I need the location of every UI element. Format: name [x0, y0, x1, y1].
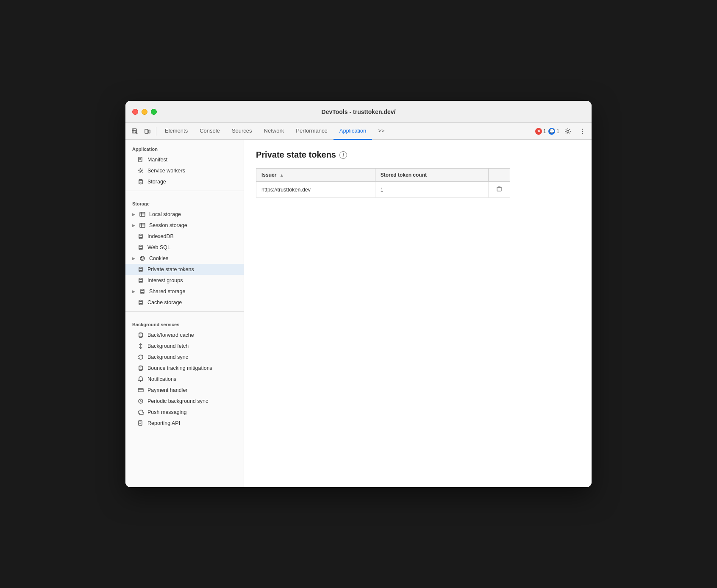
svg-rect-50 [497, 188, 501, 191]
warning-icon: 💬 [548, 128, 555, 135]
tab-sources[interactable]: Sources [226, 123, 258, 140]
page-title: Private state tokens i [256, 150, 580, 160]
sidebar-item-cookies[interactable]: ▶ Cookies [125, 253, 244, 264]
traffic-lights [132, 109, 157, 115]
svg-point-7 [582, 130, 583, 131]
col-actions [489, 169, 510, 182]
svg-point-23 [139, 245, 142, 247]
sidebar-item-interest-groups[interactable]: Interest groups [125, 275, 244, 286]
sidebar-item-bfcache[interactable]: Back/forward cache [125, 330, 244, 341]
svg-point-22 [139, 238, 142, 239]
file-icon [137, 156, 144, 163]
svg-point-5 [567, 130, 569, 132]
svg-point-8 [582, 133, 583, 133]
arrow-icon-2: ▶ [131, 223, 136, 227]
cell-delete [489, 182, 510, 198]
cylinder-icon-6 [139, 288, 146, 295]
manifest-label: Manifest [147, 157, 167, 163]
storage-main-label: Storage [147, 179, 166, 185]
sidebar-item-payment-handler[interactable]: Payment handler [125, 385, 244, 396]
more-icon[interactable] [576, 125, 588, 137]
tab-more[interactable]: >> [372, 123, 390, 140]
svg-point-31 [139, 278, 142, 280]
arrow-icon-4: ▶ [131, 289, 136, 294]
inspect-icon[interactable] [129, 125, 141, 137]
payment-handler-label: Payment handler [147, 387, 188, 393]
cylinder-icon-7 [137, 299, 144, 306]
table-icon [139, 211, 146, 218]
sidebar-item-notifications[interactable]: Notifications [125, 374, 244, 385]
private-state-tokens-label: Private state tokens [147, 266, 194, 272]
sidebar-item-push-messaging[interactable]: Push messaging [125, 407, 244, 418]
sidebar-item-bounce-tracking[interactable]: Bounce tracking mitigations [125, 363, 244, 374]
error-count: ✕ [535, 128, 542, 135]
sidebar-item-periodic-bg-sync[interactable]: Periodic background sync [125, 396, 244, 407]
settings-icon[interactable] [562, 125, 574, 137]
cell-issuer: https://trusttoken.dev [256, 182, 375, 198]
svg-point-24 [139, 249, 142, 250]
svg-point-30 [139, 271, 142, 272]
error-badge[interactable]: ✕ 1 [535, 128, 546, 135]
svg-line-43 [140, 381, 141, 382]
session-storage-label: Session storage [149, 222, 187, 228]
svg-point-26 [141, 257, 142, 258]
delete-button[interactable] [494, 185, 505, 194]
sidebar-item-local-storage[interactable]: ▶ Local storage [125, 209, 244, 220]
sidebar-item-manifest[interactable]: Manifest [125, 154, 244, 165]
cylinder-icon-5 [137, 277, 144, 284]
sidebar-item-session-storage[interactable]: ▶ Session storage [125, 220, 244, 231]
sidebar-item-indexeddb[interactable]: IndexedDB [125, 231, 244, 242]
tab-network[interactable]: Network [258, 123, 290, 140]
col-token-count: Stored token count [375, 169, 488, 182]
device-toggle-icon[interactable] [142, 125, 153, 137]
bg-fetch-label: Background fetch [147, 343, 189, 349]
sort-arrow-icon: ▲ [280, 173, 284, 178]
sidebar-item-service-workers[interactable]: Service workers [125, 165, 244, 176]
svg-point-32 [139, 282, 142, 283]
clock-icon [137, 398, 144, 405]
bounce-tracking-label: Bounce tracking mitigations [147, 365, 212, 371]
col-issuer[interactable]: Issuer ▲ [256, 169, 375, 182]
svg-point-27 [143, 258, 144, 258]
bell-icon [137, 376, 144, 383]
info-icon[interactable]: i [339, 151, 347, 159]
svg-point-13 [139, 180, 142, 181]
toolbar-right: ✕ 1 💬 1 [535, 125, 588, 137]
sidebar-item-shared-storage[interactable]: ▶ Shared storage [125, 286, 244, 297]
svg-point-29 [139, 267, 142, 269]
tab-application[interactable]: Application [333, 123, 372, 140]
sidebar-item-bg-sync[interactable]: Background sync [125, 352, 244, 363]
cylinder-icon-9 [137, 365, 144, 372]
tab-console[interactable]: Console [194, 123, 226, 140]
close-button[interactable] [132, 109, 138, 115]
svg-point-40 [139, 366, 142, 367]
svg-point-12 [140, 170, 142, 172]
cylinder-icon-3 [137, 244, 144, 251]
bg-sync-label: Background sync [147, 354, 188, 360]
local-storage-label: Local storage [149, 211, 181, 217]
sidebar-item-storage-main[interactable]: Storage [125, 176, 244, 187]
toolbar: Elements Console Sources Network Perform… [125, 123, 592, 140]
indexeddb-label: IndexedDB [147, 233, 174, 239]
content-area: Private state tokens i Issuer ▲ Stored t… [244, 140, 592, 487]
minimize-button[interactable] [142, 109, 147, 115]
svg-rect-15 [140, 212, 145, 216]
sidebar-item-bg-fetch[interactable]: Background fetch [125, 341, 244, 352]
file-icon-2 [137, 420, 144, 427]
svg-point-14 [139, 183, 142, 184]
svg-point-25 [140, 256, 145, 261]
error-number: 1 [543, 128, 546, 134]
tab-performance[interactable]: Performance [290, 123, 333, 140]
svg-rect-44 [138, 388, 143, 392]
separator-2 [125, 311, 244, 312]
tab-elements[interactable]: Elements [159, 123, 194, 140]
sidebar-item-private-state-tokens[interactable]: Private state tokens [125, 264, 244, 275]
sidebar-item-reporting-api[interactable]: Reporting API [125, 418, 244, 429]
sidebar-item-cache-storage[interactable]: Cache storage [125, 297, 244, 308]
gear-icon [137, 167, 144, 174]
svg-point-38 [139, 336, 142, 338]
svg-rect-3 [145, 129, 148, 133]
maximize-button[interactable] [151, 109, 157, 115]
warning-badge[interactable]: 💬 1 [548, 128, 559, 135]
sidebar-item-websql[interactable]: Web SQL [125, 242, 244, 253]
